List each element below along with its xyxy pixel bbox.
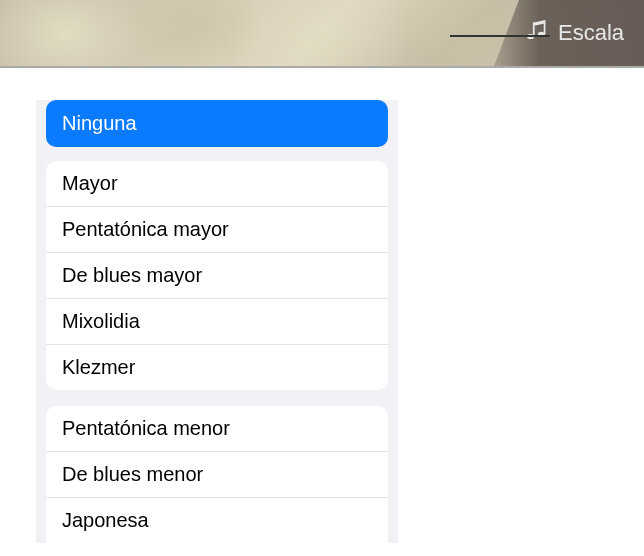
scale-option-selected[interactable]: Ninguna: [46, 100, 388, 147]
callout-indicator-line: [450, 35, 550, 37]
scale-picker-panel: Ninguna Mayor Pentatónica mayor De blues…: [36, 100, 398, 543]
scale-button-label: Escala: [558, 20, 624, 46]
scale-option[interactable]: De blues menor: [46, 452, 388, 498]
scale-option-label: Mayor: [62, 172, 118, 194]
scale-option[interactable]: Pentatónica menor: [46, 406, 388, 452]
scale-button[interactable]: Escala: [494, 0, 644, 66]
scale-option-label: Mixolidia: [62, 310, 140, 332]
scale-group-minor: Pentatónica menor De blues menor Japones…: [46, 406, 388, 543]
scale-option-label: De blues menor: [62, 463, 203, 485]
scale-option-label: Japonesa: [62, 509, 149, 531]
scale-icon: [524, 17, 550, 49]
scale-option-label: Ninguna: [62, 112, 137, 134]
scale-option[interactable]: Klezmer: [46, 345, 388, 390]
scale-option-label: De blues mayor: [62, 264, 202, 286]
scale-option[interactable]: Mayor: [46, 161, 388, 207]
scale-option[interactable]: De blues mayor: [46, 253, 388, 299]
scale-group-major: Mayor Pentatónica mayor De blues mayor M…: [46, 161, 388, 390]
scale-option[interactable]: Pentatónica mayor: [46, 207, 388, 253]
scale-option[interactable]: Mixolidia: [46, 299, 388, 345]
scale-option[interactable]: Japonesa: [46, 498, 388, 543]
scale-option-label: Pentatónica mayor: [62, 218, 229, 240]
scale-option-label: Pentatónica menor: [62, 417, 230, 439]
instrument-header-bar: Escala: [0, 0, 644, 68]
scale-option-label: Klezmer: [62, 356, 135, 378]
